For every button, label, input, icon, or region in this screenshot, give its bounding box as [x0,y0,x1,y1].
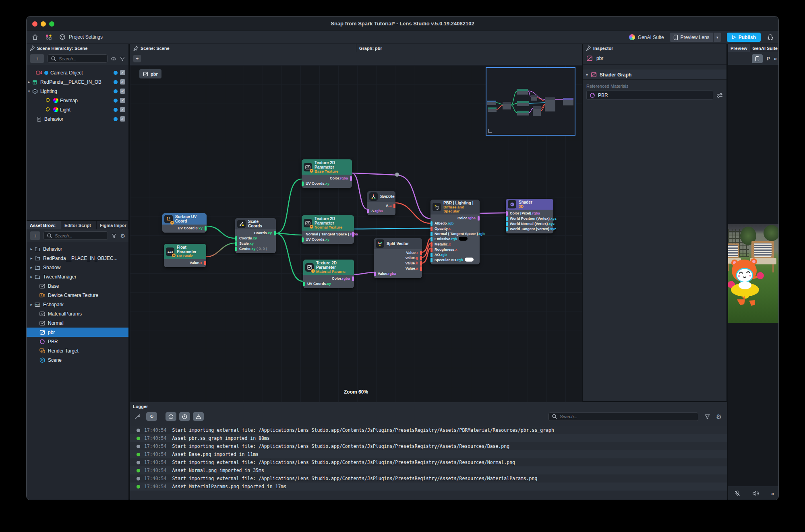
port-uv-coord-0[interactable]: UV Coord 0.xy [162,226,207,231]
logger-search-input[interactable]: Search... [548,412,698,421]
add-asset-button[interactable]: + [30,231,40,240]
port-color-out[interactable]: Color.rgba [302,176,352,181]
enabled-checkbox[interactable]: ✓ [120,79,125,85]
port-world-tangent[interactable]: World Tangent (Vertex).xyz [506,227,553,232]
asset-base[interactable]: Base [27,281,128,291]
graph-minimap[interactable] [486,67,575,136]
port-emissive[interactable]: Emissive.rgb [430,237,480,242]
preview-lens-button[interactable]: Preview Lens ▾ [670,33,721,42]
port-color-pixel[interactable]: Color [Pixel].rgba [506,211,553,216]
port-normal-out[interactable]: Normal ( Tangent Space ).rgba [302,232,354,237]
port-world-position[interactable]: World Position (Vertex).xyz [506,216,553,221]
home-icon[interactable] [31,33,39,41]
gear-icon[interactable]: ⚙ [716,413,722,421]
snapchat-ghost-icon[interactable] [766,33,774,41]
warning-filter-button[interactable] [179,412,190,421]
enabled-checkbox[interactable]: ✓ [120,116,125,122]
referenced-material-field[interactable]: PBR [586,91,713,100]
port-coords-out[interactable]: Coords.xy [235,231,276,236]
autoscroll-toggle-button[interactable]: ↻ [146,412,157,421]
gear-icon[interactable]: ⚙ [120,233,125,239]
hierarchy-item-envmap[interactable]: Envmap ✓ [27,96,128,105]
emissive-color-swatch[interactable] [459,237,468,241]
tab-preview[interactable]: Preview [728,44,750,52]
asset-scene[interactable]: Scene [27,355,128,365]
hierarchy-item-redpanda[interactable]: ▸ RedPanda__PLACE_IN_OB ✓ [27,77,128,87]
log-entry[interactable]: 17:40:54Start importing external file: /… [130,474,727,483]
node-scale-coords[interactable]: Scale Coords Coords.xy Coords.xy Scale.x… [235,218,276,253]
port-ao[interactable]: AO.rgb [430,252,480,258]
node-float-parameter[interactable]: 1.23+ Float ParameterUV Scale Value.x [164,244,206,267]
asset-pbr-shader-graph[interactable]: pbr [27,328,128,337]
shader-graph-section-header[interactable]: ▾ Shader Graph [583,70,726,80]
port-metallic[interactable]: Metallic.x [430,242,480,247]
tab-graph[interactable]: Graph: pbr [356,44,385,52]
port-color-out[interactable]: Color.rgba [303,276,354,281]
asset-pbr-material[interactable]: PBR [27,337,128,346]
node-surface-uv-coord[interactable]: 0+ Surface UV Coord UV Coord 0.xy [162,213,207,233]
asset-folder-shadow[interactable]: ▸ Shadow [27,263,128,272]
port-uv-coords-in[interactable]: UV Coords.xy [302,181,352,186]
port-value-a[interactable]: Value.a [374,266,422,271]
port-value-b[interactable]: Value.b [374,261,422,266]
hierarchy-item-camera-object[interactable]: Camera Object ✓ [27,68,128,77]
port-scale-in[interactable]: Scale.xy [235,241,276,246]
pin-icon[interactable] [586,45,591,51]
preview-lens-dropdown[interactable]: ▾ [714,35,721,39]
add-object-button[interactable]: + [30,54,44,63]
log-entry[interactable]: 17:40:54Asset MaterialParams.png importe… [130,483,727,491]
port-normal[interactable]: Normal ( Tangent Space ).rgb [430,231,480,237]
enabled-checkbox[interactable]: ✓ [120,70,125,75]
device-preview-button[interactable] [752,54,763,63]
port-a-in[interactable]: A.rgba [367,208,395,214]
log-entry[interactable]: 17:40:54Asset pbr.ss_graph imported in 8… [130,434,727,442]
genai-suite-button[interactable]: GenAI Suite [629,34,664,40]
tab-asset-browser[interactable]: Asset Brow: [27,221,61,229]
info-filter-button[interactable] [166,412,176,421]
tab-genai-suite[interactable]: GenAI Suite [750,44,779,52]
filter-icon[interactable] [111,233,117,239]
port-a-out[interactable]: A.a [367,203,395,208]
material-options-icon[interactable] [716,93,723,98]
enabled-checkbox[interactable]: ✓ [120,107,125,112]
zoom-window-button[interactable] [49,21,54,27]
hierarchy-item-lighting[interactable]: ▾ Lighting ✓ [27,87,128,96]
add-tab-button[interactable]: + [133,55,141,62]
shader-graph-canvas[interactable]: pbr 0+ Surface UV Coord UV Coord 0.xy 1.… [130,65,582,402]
hierarchy-item-behavior[interactable]: Behavior ✓ [27,114,128,124]
node-texture-material-params[interactable]: + Texture 2D ParameterMaterial Params Co… [303,260,354,288]
minimize-window-button[interactable] [41,21,46,27]
asset-folder-redpanda[interactable]: ▸ RedPanda__PLACE_IN_OBJEC... [27,254,128,263]
speaker-icon[interactable] [752,490,759,497]
clear-log-icon[interactable] [134,413,141,420]
hierarchy-item-light[interactable]: Light ✓ [27,105,128,114]
asset-normal[interactable]: Normal [27,318,128,328]
visibility-icon[interactable] [111,56,116,62]
collapse-panel-icon[interactable]: » [774,56,776,62]
my-lenses-icon[interactable] [45,33,52,41]
port-color-out[interactable]: Color.rgba [430,216,480,221]
filter-icon[interactable] [704,414,710,420]
node-pbr-lighting[interactable]: PBR | Lighting |Diffuse and Specular Col… [430,200,480,264]
asset-materialparams[interactable]: MaterialParams [27,309,128,318]
port-value-r[interactable]: Value.r [374,250,422,256]
enabled-checkbox[interactable]: ✓ [120,98,125,103]
asset-render-target[interactable]: Render Target [27,346,128,355]
tab-figma-importer[interactable]: Figma Impor [97,221,128,229]
project-settings-button[interactable]: Project Settings [59,33,103,41]
filter-icon[interactable] [120,56,125,62]
node-texture-base[interactable]: + Texture 2D ParameterBase Texture Color… [302,159,352,188]
port-world-normal[interactable]: World Normal (Vertex).xyz [506,221,553,227]
log-entry[interactable]: 17:40:54Start importing external file: /… [130,458,727,466]
log-entry[interactable]: 17:40:54Asset Base.png imported in 11ms [130,450,727,458]
node-shader-output[interactable]: Shader3D Color [Pixel].rgba World Positi… [506,199,553,233]
log-entry[interactable]: 17:40:54Asset Normal.png imported in 35m… [130,466,727,474]
publish-button[interactable]: Publish [727,33,761,42]
collapse-panel-icon[interactable]: » [771,491,773,497]
tab-scene[interactable]: Scene: Scene [130,44,356,52]
asset-device-camera-texture[interactable]: Device Camera Texture [27,291,128,300]
log-entry[interactable]: 17:40:54Start importing external file: /… [130,426,727,434]
pause-label[interactable]: P [767,56,770,62]
port-opacity[interactable]: Opacity.x [430,226,480,231]
port-roughness[interactable]: Roughness.x [430,247,480,252]
